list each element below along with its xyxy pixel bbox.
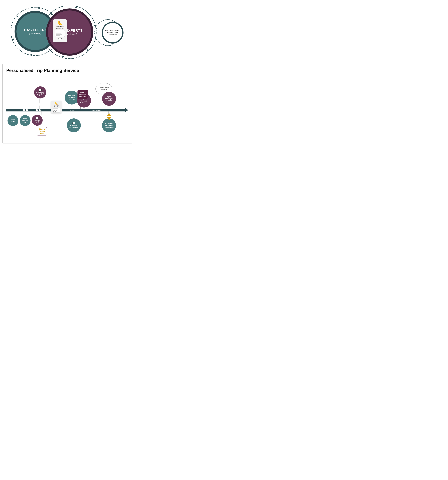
flow-phone-doc: 💬 💬: [53, 108, 60, 113]
circles-container: TRAVELLERS (Customers) TRIP EXPERTS (Tra…: [10, 6, 125, 59]
partner-label: PARTNER TRAVEL BUSINESSES: [103, 30, 122, 33]
partner-circle: PARTNER TRAVEL BUSINESSES (Travel Agenci…: [102, 22, 123, 43]
research-create-circle: Research& CreateItinerary: [65, 91, 79, 105]
travellers-sublabel: (Customers): [29, 32, 41, 35]
svg-marker-17: [102, 43, 104, 45]
svg-text:Stage 1: Stage 1: [70, 109, 75, 111]
svg-marker-10: [94, 24, 96, 27]
flow-feet-icon: 🦶: [54, 102, 58, 105]
deliver-collaborate-label: Deliver &Collaborate: [80, 100, 88, 104]
page-title: Personalised Trip Planning Service: [6, 68, 128, 73]
svg-text:Optional Stage 2: Optional Stage 2: [90, 109, 102, 111]
customer-messaging-label: CustomerMessaging& Payments: [104, 122, 114, 128]
svg-marker-11: [87, 49, 89, 51]
svg-marker-20: [125, 107, 128, 113]
accept-quote-label: AcceptQuote: [35, 120, 40, 124]
partner-sublabel: (Travel Agencies): [108, 34, 117, 35]
flow-area: Stage 1 Optional Stage 2 💬 Messaging& Qu…: [6, 80, 128, 138]
feet-icon: 🦶: [57, 21, 63, 25]
messaging-quote-label: Messaging& Quote: [36, 92, 44, 96]
stage1-released-label: Stage 1: [80, 91, 85, 93]
phone-card: 🦶 Interactive Itineraries ✓ 💬: [53, 19, 67, 42]
svg-marker-12: [62, 56, 64, 58]
stage1-released-label3: Released: [79, 95, 86, 97]
phone-doc: ✓: [55, 30, 65, 37]
check-icon: ✓: [56, 31, 58, 33]
yellow-arrow-up: [107, 113, 111, 116]
bottom-section: Personalised Trip Planning Service Stage…: [2, 64, 132, 143]
stage1-released-box: Stage 1 Payment Released: [78, 90, 88, 99]
svg-marker-22: [26, 109, 29, 111]
customer-messaging-circle: CustomerMessaging& Payments: [102, 118, 116, 132]
chat-icon-review: 💬: [72, 122, 75, 125]
yellow-arrows: [107, 113, 111, 120]
flow-phone-card: 🦶 Interactive Itineraries 💬 💬: [51, 101, 62, 113]
chat-icon-accept: 💬: [36, 117, 39, 120]
agent-bookings-circle: AgentBookings &Support: [102, 92, 116, 106]
stage1-made-box: Stage 1 Payment Made: [37, 127, 47, 135]
stage1-made-label1: Stage 1: [39, 128, 45, 130]
review-collaborate-circle: 💬 Review &Collaborate: [67, 118, 81, 132]
svg-rect-19: [6, 109, 125, 111]
svg-marker-15: [111, 20, 113, 22]
agent-bookings-label: AgentBookings &Support: [105, 96, 113, 102]
select-expert-label: SelectExpert: [11, 119, 15, 122]
chat-icon: 💬: [58, 37, 62, 41]
accept-quote-circle: 💬 AcceptQuote: [32, 115, 43, 126]
phone-title: Interactive Itineraries: [54, 26, 66, 29]
send-enquiry-circle: SendEnquiryinfo.: [20, 115, 30, 126]
svg-marker-23: [36, 109, 38, 111]
research-create-label: Research& CreateItinerary: [68, 95, 75, 100]
top-section: TRAVELLERS (Customers) TRIP EXPERTS (Tra…: [0, 0, 134, 63]
stage1-made-label3: Made: [40, 132, 44, 134]
flow-phone-title: Interactive Itineraries: [51, 105, 61, 107]
send-enquiry-label: SendEnquiryinfo.: [22, 118, 28, 123]
chat-icon-messaging: 💬: [39, 89, 42, 92]
stage1-made-label2: Payment: [39, 130, 45, 132]
travellers-label: TRAVELLERS: [23, 28, 47, 32]
svg-marker-18: [95, 28, 97, 29]
select-expert-circle: SelectExpert: [7, 115, 18, 126]
svg-marker-21: [23, 109, 26, 111]
partner-travel-label: Partner Travel Business: [96, 87, 112, 91]
messaging-quote-circle: 💬 Messaging& Quote: [34, 86, 46, 99]
svg-marker-24: [39, 109, 41, 111]
svg-marker-9: [75, 6, 78, 8]
yellow-arrow-down: [107, 117, 111, 120]
stage1-released-label2: Payment: [79, 93, 86, 95]
review-collaborate-label: Review &Collaborate: [70, 125, 78, 129]
